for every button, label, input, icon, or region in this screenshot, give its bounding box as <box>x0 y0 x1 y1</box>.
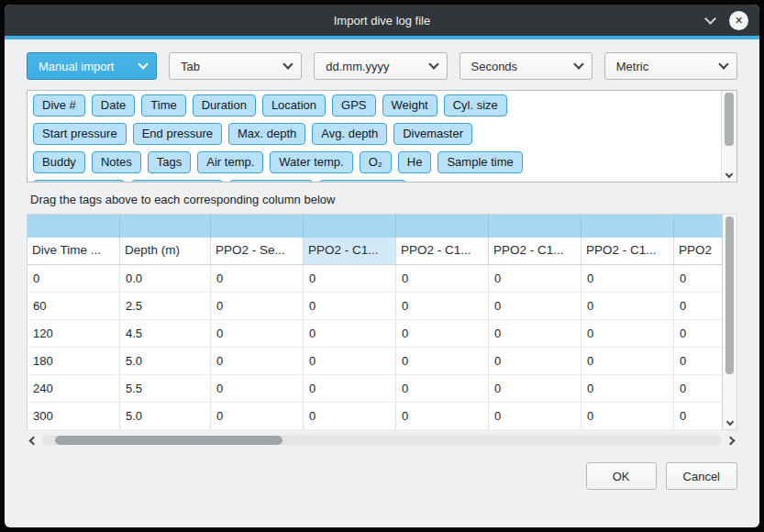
drop-target-cell[interactable] <box>211 215 304 238</box>
ok-button[interactable]: OK <box>586 462 657 490</box>
column-header[interactable]: PPO2 - C1... <box>396 238 489 264</box>
tag-buddy[interactable]: Buddy <box>33 151 85 173</box>
table-cell: 0 <box>674 403 722 430</box>
combo-manual-import[interactable]: Manual import <box>27 52 157 80</box>
tag-tags[interactable]: Tags <box>148 151 191 173</box>
tag-sample-temp[interactable]: Sample temp. <box>131 180 223 183</box>
drop-target-cell[interactable] <box>396 215 489 238</box>
table-cell: 0 <box>396 320 489 348</box>
tag-row: BuddyNotesTagsAir temp.Water temp.O₂HeSa… <box>33 151 714 173</box>
tag-gps[interactable]: GPS <box>332 94 375 116</box>
combo-seconds[interactable]: Seconds <box>460 52 592 80</box>
tag-sample-time[interactable]: Sample time <box>437 151 522 173</box>
tag-date[interactable]: Date <box>92 94 135 116</box>
column-header[interactable]: Depth (m) <box>120 238 211 264</box>
scrollbar-thumb[interactable] <box>55 436 282 445</box>
scroll-left-icon[interactable] <box>29 436 39 445</box>
table-cell: 0 <box>304 375 396 403</box>
table-cell: 0 <box>304 403 396 430</box>
combo-selected-value: Manual import <box>39 60 139 73</box>
tag-start-pressure[interactable]: Start pressure <box>33 123 127 145</box>
scrollbar-track[interactable] <box>42 436 722 445</box>
drag-hint-text: Drag the tags above to each correspondin… <box>30 193 737 206</box>
cancel-button[interactable]: Cancel <box>666 462 737 490</box>
drop-target-cell[interactable] <box>28 215 120 238</box>
combo-dd-mm-yyyy[interactable]: dd.mm.yyyy <box>314 52 447 80</box>
drop-target-cell[interactable] <box>674 215 722 238</box>
tag-o[interactable]: O₂ <box>360 151 392 173</box>
table-cell: 300 <box>28 403 120 430</box>
table-grid: Dive Time ...Depth (m)PPO2 - Se...PPO2 -… <box>27 214 722 430</box>
table-row: 2405.5000000 <box>28 375 722 403</box>
titlebar[interactable]: Import dive log file ✕ <box>5 5 759 36</box>
column-header[interactable]: PPO2 - Se... <box>211 238 304 264</box>
combo-tab[interactable]: Tab <box>169 52 302 80</box>
table-cell: 0 <box>28 265 120 293</box>
tag-sample-cns[interactable]: Sample CNS <box>319 180 406 183</box>
column-header[interactable]: PPO2 - C1... <box>304 238 396 264</box>
table-scrollbar-horizontal[interactable] <box>27 433 737 448</box>
tag-pool-rows: Dive #DateTimeDurationLocationGPSWeightC… <box>33 94 714 183</box>
scrollbar-thumb[interactable] <box>725 93 734 146</box>
drop-target-cell[interactable] <box>120 215 211 238</box>
tag-water-temp[interactable]: Water temp. <box>270 151 352 173</box>
drop-target-cell[interactable] <box>581 215 674 238</box>
column-header[interactable]: PPO2 - C1... <box>581 238 674 264</box>
close-icon[interactable]: ✕ <box>729 11 748 30</box>
table-cell: 5.0 <box>120 348 211 375</box>
tag-divemaster[interactable]: Divemaster <box>393 123 472 145</box>
window-frame: Import dive log file ✕ Manual importTabd… <box>0 0 764 532</box>
column-header[interactable]: PPO2 <box>674 238 722 264</box>
drop-target-cell[interactable] <box>304 215 396 238</box>
scrollbar-thumb[interactable] <box>725 216 734 374</box>
table-cell: 0 <box>581 320 674 348</box>
table-cell: 0 <box>489 348 581 375</box>
table-scrollbar-vertical[interactable] <box>722 214 737 430</box>
column-header[interactable]: Dive Time ... <box>28 238 120 264</box>
table-cell: 60 <box>28 293 120 320</box>
combo-selected-value: Seconds <box>471 60 575 73</box>
tag-end-pressure[interactable]: End pressure <box>133 123 222 145</box>
table-cell: 0 <box>304 265 396 293</box>
tag-time[interactable]: Time <box>141 94 185 116</box>
table-cell: 0 <box>581 403 674 430</box>
tag-he[interactable]: He <box>398 151 432 173</box>
table-cell: 0 <box>674 320 722 348</box>
combo-selected-value: Tab <box>181 60 284 73</box>
tag-location[interactable]: Location <box>262 94 326 116</box>
tag-notes[interactable]: Notes <box>92 151 141 173</box>
drop-target-cell[interactable] <box>489 215 581 238</box>
tag-cyl-size[interactable]: Cyl. size <box>444 94 507 116</box>
scroll-down-icon[interactable] <box>726 418 734 426</box>
tag-duration[interactable]: Duration <box>193 94 256 116</box>
combo-metric[interactable]: Metric <box>604 52 737 80</box>
tag-avg-depth[interactable]: Avg. depth <box>312 123 387 145</box>
table-cell: 0 <box>489 403 581 430</box>
tag-air-temp[interactable]: Air temp. <box>197 151 263 173</box>
table-cell: 0 <box>581 348 674 375</box>
table-cell: 0 <box>674 348 722 375</box>
chevron-down-icon <box>138 59 148 69</box>
table-body: 00.0000000602.50000001204.50000001805.00… <box>28 265 722 430</box>
tag-pool-scrollbar[interactable] <box>721 91 736 182</box>
scroll-down-icon[interactable] <box>725 171 733 178</box>
import-dialog: Import dive log file ✕ Manual importTabd… <box>5 5 759 527</box>
table-cell: 0 <box>396 375 489 403</box>
dialog-content: Manual importTabdd.mm.yyyySecondsMetric … <box>5 39 759 527</box>
window-title: Import dive log file <box>334 14 431 28</box>
table-cell: 0 <box>674 293 722 320</box>
tag-sample-po[interactable]: Sample pO₂ <box>229 180 312 183</box>
tag-weight[interactable]: Weight <box>382 94 437 116</box>
chevron-down-icon[interactable] <box>704 13 716 25</box>
table-cell: 0 <box>211 348 304 375</box>
table-cell: 0 <box>396 403 489 430</box>
scroll-right-icon[interactable] <box>726 436 736 445</box>
table-cell: 0 <box>211 375 304 403</box>
tag-max-depth[interactable]: Max. depth <box>228 123 305 145</box>
table-cell: 5.0 <box>120 403 211 430</box>
tag-sample-depth[interactable]: Sample depth <box>33 180 125 183</box>
tag-dive[interactable]: Dive # <box>33 94 85 116</box>
tag-pool: Dive #DateTimeDurationLocationGPSWeightC… <box>27 90 737 183</box>
tag-row: Start pressureEnd pressureMax. depthAvg.… <box>33 123 714 145</box>
column-header[interactable]: PPO2 - C1... <box>489 238 581 264</box>
